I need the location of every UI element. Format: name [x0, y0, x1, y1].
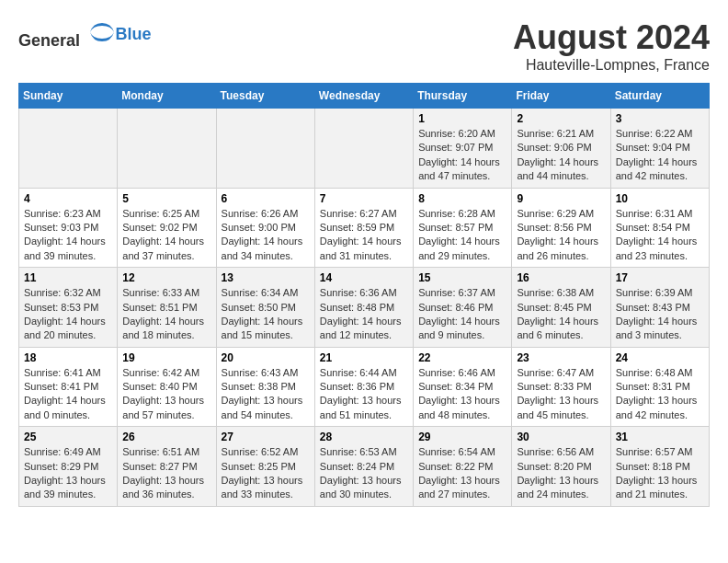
calendar-day-cell [118, 109, 216, 189]
calendar-day-cell: 6Sunrise: 6:26 AM Sunset: 9:00 PM Daylig… [216, 188, 314, 268]
day-number: 26 [122, 431, 210, 443]
calendar-header-row: SundayMondayTuesdayWednesdayThursdayFrid… [19, 84, 710, 109]
day-number: 19 [122, 351, 210, 364]
day-sun-info: Sunrise: 6:53 AM Sunset: 8:24 PM Dayligh… [320, 445, 408, 502]
day-of-week-header: Sunday [19, 84, 118, 109]
logo-icon [88, 18, 116, 46]
day-number: 1 [418, 112, 506, 125]
calendar-day-cell: 23Sunrise: 6:47 AM Sunset: 8:33 PM Dayli… [512, 347, 610, 427]
day-sun-info: Sunrise: 6:51 AM Sunset: 8:27 PM Dayligh… [122, 445, 210, 502]
day-number: 5 [122, 192, 210, 205]
day-number: 17 [616, 271, 704, 284]
day-sun-info: Sunrise: 6:37 AM Sunset: 8:46 PM Dayligh… [418, 286, 506, 343]
day-sun-info: Sunrise: 6:57 AM Sunset: 8:18 PM Dayligh… [616, 445, 704, 502]
month-year-title: August 2024 [513, 18, 710, 57]
day-of-week-header: Saturday [610, 84, 709, 109]
header: General Blue August 2024 Hauteville-Lomp… [18, 18, 710, 74]
calendar-day-cell: 8Sunrise: 6:28 AM Sunset: 8:57 PM Daylig… [414, 188, 512, 268]
day-sun-info: Sunrise: 6:22 AM Sunset: 9:04 PM Dayligh… [616, 127, 704, 184]
day-sun-info: Sunrise: 6:23 AM Sunset: 9:03 PM Dayligh… [24, 207, 112, 264]
day-number: 9 [517, 192, 605, 205]
day-sun-info: Sunrise: 6:38 AM Sunset: 8:45 PM Dayligh… [517, 286, 605, 343]
day-sun-info: Sunrise: 6:31 AM Sunset: 8:54 PM Dayligh… [616, 207, 704, 264]
day-number: 14 [320, 271, 408, 284]
calendar-day-cell: 12Sunrise: 6:33 AM Sunset: 8:51 PM Dayli… [118, 268, 216, 348]
day-sun-info: Sunrise: 6:52 AM Sunset: 8:25 PM Dayligh… [222, 445, 310, 502]
day-sun-info: Sunrise: 6:34 AM Sunset: 8:50 PM Dayligh… [222, 286, 310, 343]
day-number: 18 [24, 351, 112, 364]
day-sun-info: Sunrise: 6:54 AM Sunset: 8:22 PM Dayligh… [418, 445, 506, 502]
day-number: 10 [616, 192, 704, 205]
day-number: 20 [222, 351, 310, 364]
day-sun-info: Sunrise: 6:56 AM Sunset: 8:20 PM Dayligh… [517, 445, 605, 502]
calendar-day-cell: 28Sunrise: 6:53 AM Sunset: 8:24 PM Dayli… [314, 427, 413, 507]
calendar-day-cell [216, 109, 314, 189]
calendar-day-cell: 10Sunrise: 6:31 AM Sunset: 8:54 PM Dayli… [610, 188, 709, 268]
calendar-week-row: 18Sunrise: 6:41 AM Sunset: 8:41 PM Dayli… [19, 347, 710, 427]
calendar-day-cell: 29Sunrise: 6:54 AM Sunset: 8:22 PM Dayli… [414, 427, 512, 507]
logo: General Blue [18, 18, 152, 51]
calendar-day-cell: 1Sunrise: 6:20 AM Sunset: 9:07 PM Daylig… [414, 109, 512, 189]
day-number: 16 [517, 271, 605, 284]
calendar-day-cell: 26Sunrise: 6:51 AM Sunset: 8:27 PM Dayli… [118, 427, 216, 507]
day-sun-info: Sunrise: 6:44 AM Sunset: 8:36 PM Dayligh… [320, 366, 408, 423]
day-number: 3 [616, 112, 704, 125]
day-of-week-header: Thursday [414, 84, 512, 109]
day-number: 24 [616, 351, 704, 364]
calendar-day-cell: 7Sunrise: 6:27 AM Sunset: 8:59 PM Daylig… [314, 188, 413, 268]
calendar-day-cell: 20Sunrise: 6:43 AM Sunset: 8:38 PM Dayli… [216, 347, 314, 427]
day-number: 12 [122, 271, 210, 284]
calendar-day-cell: 16Sunrise: 6:38 AM Sunset: 8:45 PM Dayli… [512, 268, 610, 348]
calendar-week-row: 25Sunrise: 6:49 AM Sunset: 8:29 PM Dayli… [19, 427, 710, 507]
day-sun-info: Sunrise: 6:36 AM Sunset: 8:48 PM Dayligh… [320, 286, 408, 343]
location-title: Hauteville-Lompnes, France [513, 57, 710, 74]
calendar-day-cell: 21Sunrise: 6:44 AM Sunset: 8:36 PM Dayli… [314, 347, 413, 427]
day-sun-info: Sunrise: 6:21 AM Sunset: 9:06 PM Dayligh… [517, 127, 605, 184]
calendar-day-cell: 25Sunrise: 6:49 AM Sunset: 8:29 PM Dayli… [19, 427, 118, 507]
day-number: 30 [517, 431, 605, 443]
day-number: 27 [222, 431, 310, 443]
calendar-day-cell: 13Sunrise: 6:34 AM Sunset: 8:50 PM Dayli… [216, 268, 314, 348]
day-sun-info: Sunrise: 6:27 AM Sunset: 8:59 PM Dayligh… [320, 207, 408, 264]
day-number: 21 [320, 351, 408, 364]
calendar-day-cell: 19Sunrise: 6:42 AM Sunset: 8:40 PM Dayli… [118, 347, 216, 427]
calendar-day-cell: 18Sunrise: 6:41 AM Sunset: 8:41 PM Dayli… [19, 347, 118, 427]
calendar-day-cell: 15Sunrise: 6:37 AM Sunset: 8:46 PM Dayli… [414, 268, 512, 348]
day-number: 28 [320, 431, 408, 443]
day-number: 2 [517, 112, 605, 125]
day-sun-info: Sunrise: 6:46 AM Sunset: 8:34 PM Dayligh… [418, 366, 506, 423]
day-number: 11 [24, 271, 112, 284]
calendar-day-cell: 4Sunrise: 6:23 AM Sunset: 9:03 PM Daylig… [19, 188, 118, 268]
calendar-day-cell: 9Sunrise: 6:29 AM Sunset: 8:56 PM Daylig… [512, 188, 610, 268]
calendar-day-cell: 30Sunrise: 6:56 AM Sunset: 8:20 PM Dayli… [512, 427, 610, 507]
calendar-day-cell: 31Sunrise: 6:57 AM Sunset: 8:18 PM Dayli… [610, 427, 709, 507]
day-sun-info: Sunrise: 6:32 AM Sunset: 8:53 PM Dayligh… [24, 286, 112, 343]
day-number: 23 [517, 351, 605, 364]
calendar-day-cell: 17Sunrise: 6:39 AM Sunset: 8:43 PM Dayli… [610, 268, 709, 348]
day-sun-info: Sunrise: 6:48 AM Sunset: 8:31 PM Dayligh… [616, 366, 704, 423]
day-sun-info: Sunrise: 6:29 AM Sunset: 8:56 PM Dayligh… [517, 207, 605, 264]
day-sun-info: Sunrise: 6:25 AM Sunset: 9:02 PM Dayligh… [122, 207, 210, 264]
calendar-day-cell [314, 109, 413, 189]
day-sun-info: Sunrise: 6:39 AM Sunset: 8:43 PM Dayligh… [616, 286, 704, 343]
calendar-day-cell: 22Sunrise: 6:46 AM Sunset: 8:34 PM Dayli… [414, 347, 512, 427]
calendar-day-cell: 2Sunrise: 6:21 AM Sunset: 9:06 PM Daylig… [512, 109, 610, 189]
day-of-week-header: Friday [512, 84, 610, 109]
day-sun-info: Sunrise: 6:28 AM Sunset: 8:57 PM Dayligh… [418, 207, 506, 264]
day-number: 29 [418, 431, 506, 443]
day-of-week-header: Wednesday [314, 84, 413, 109]
day-number: 7 [320, 192, 408, 205]
logo-blue-text: Blue [116, 25, 152, 43]
day-sun-info: Sunrise: 6:41 AM Sunset: 8:41 PM Dayligh… [24, 366, 112, 423]
day-number: 31 [616, 431, 704, 443]
day-number: 8 [418, 192, 506, 205]
calendar-table: SundayMondayTuesdayWednesdayThursdayFrid… [18, 83, 710, 507]
day-number: 22 [418, 351, 506, 364]
day-of-week-header: Monday [118, 84, 216, 109]
day-number: 13 [222, 271, 310, 284]
day-sun-info: Sunrise: 6:49 AM Sunset: 8:29 PM Dayligh… [24, 445, 112, 502]
day-number: 4 [24, 192, 112, 205]
day-number: 15 [418, 271, 506, 284]
calendar-day-cell: 3Sunrise: 6:22 AM Sunset: 9:04 PM Daylig… [610, 109, 709, 189]
day-sun-info: Sunrise: 6:20 AM Sunset: 9:07 PM Dayligh… [418, 127, 506, 184]
